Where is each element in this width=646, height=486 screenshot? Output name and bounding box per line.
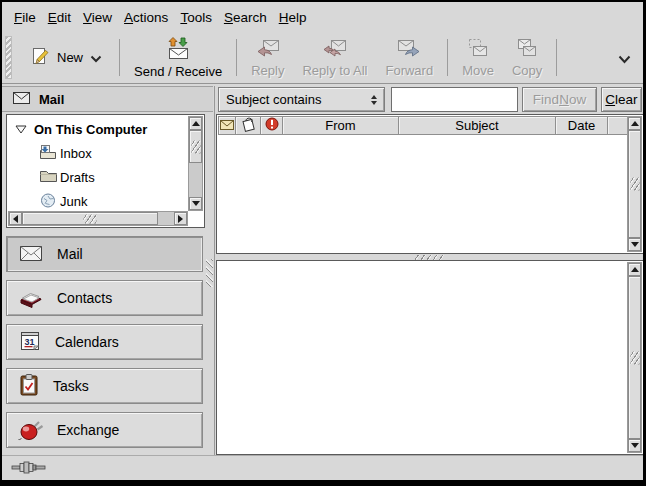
scroll-right-button[interactable]	[174, 212, 187, 225]
arrow-down-icon	[631, 242, 639, 247]
tree-item-junk[interactable]: Junk	[9, 189, 186, 210]
sidebar-divider-grip[interactable]	[206, 259, 213, 287]
tasks-icon	[18, 373, 40, 400]
scroll-up-button[interactable]	[189, 117, 202, 130]
move-icon	[466, 37, 490, 62]
scroll-down-button[interactable]	[628, 439, 641, 452]
exchange-icon	[18, 417, 44, 444]
forward-icon	[396, 37, 422, 62]
column-priority[interactable]	[260, 116, 283, 135]
menu-tools[interactable]: Tools	[174, 10, 218, 25]
scrollbar-thumb[interactable]	[628, 130, 641, 238]
scrollbar-thumb[interactable]	[22, 212, 158, 225]
menu-file[interactable]: File	[8, 10, 42, 25]
contacts-icon	[18, 286, 44, 311]
switcher-tasks-button[interactable]: Tasks	[6, 368, 203, 404]
evolution-window: File Edit View Actions Tools Search Help…	[0, 0, 646, 486]
send-receive-icon	[164, 36, 192, 63]
menu-help[interactable]: Help	[273, 10, 313, 25]
message-list-panel: From Subject Date	[216, 114, 644, 254]
arrow-right-icon	[178, 215, 183, 223]
switcher-exchange-button[interactable]: Exchange	[6, 412, 203, 448]
message-list-header: From Subject Date	[218, 116, 627, 135]
switcher-contacts-button[interactable]: Contacts	[6, 280, 203, 316]
preview-pane	[216, 260, 644, 455]
folder-pane-header[interactable]: Mail	[2, 86, 213, 112]
reply-button[interactable]: Reply	[242, 32, 293, 83]
clear-button[interactable]: Clear	[601, 87, 642, 112]
menu-search[interactable]: Search	[218, 10, 273, 25]
scrollbar-thumb[interactable]	[628, 276, 641, 439]
thumb-grip	[630, 351, 639, 364]
arrow-down-icon	[192, 201, 200, 206]
toolbar-separator	[556, 39, 557, 76]
scroll-up-button[interactable]	[628, 263, 641, 276]
scroll-down-button[interactable]	[189, 197, 202, 210]
move-button-label: Move	[462, 63, 494, 78]
column-attachment[interactable]	[235, 116, 261, 135]
switcher-calendars-button[interactable]: 31 Calendars	[6, 324, 203, 360]
menu-actions[interactable]: Actions	[118, 10, 174, 25]
chevron-down-icon	[90, 50, 102, 66]
statusbar	[2, 455, 643, 480]
reply-all-icon	[322, 37, 348, 62]
toolbar-grip[interactable]	[5, 36, 12, 79]
column-from[interactable]: From	[282, 116, 399, 135]
tree-item-label: Junk	[60, 194, 87, 209]
new-document-icon	[30, 46, 50, 69]
search-criteria-value: Subject contains	[226, 92, 321, 107]
search-criteria-dropdown[interactable]: Subject contains	[218, 87, 385, 112]
switcher-calendars-label: Calendars	[55, 334, 119, 350]
menu-view[interactable]: View	[77, 10, 118, 25]
mail-icon	[18, 243, 44, 266]
calendars-icon: 31	[18, 329, 42, 356]
red-exclamation-icon	[265, 117, 279, 134]
move-button[interactable]: Move	[453, 32, 503, 83]
scroll-left-button[interactable]	[9, 212, 22, 225]
toolbar-separator	[236, 39, 237, 76]
message-list-scrollbar[interactable]	[627, 116, 642, 252]
scroll-up-button[interactable]	[628, 117, 641, 130]
scrollbar-trough[interactable]	[158, 212, 174, 225]
find-now-button[interactable]: Find Now	[522, 87, 597, 112]
new-button[interactable]: New	[18, 32, 114, 83]
forward-button[interactable]: Forward	[376, 32, 442, 83]
column-subject[interactable]: Subject	[398, 116, 556, 135]
toolbar-overflow-button[interactable]	[612, 46, 643, 69]
copy-button[interactable]: Copy	[503, 32, 551, 83]
expander-open-icon[interactable]	[15, 122, 27, 137]
scroll-down-button[interactable]	[628, 238, 641, 251]
arrow-up-icon	[192, 121, 200, 126]
switcher-mail-button[interactable]: Mail	[6, 236, 203, 272]
arrow-up-icon	[631, 267, 639, 272]
switcher-mail-label: Mail	[57, 246, 83, 262]
switcher-tasks-label: Tasks	[53, 378, 89, 394]
paperclip-icon	[240, 117, 256, 135]
tree-root-on-this-computer[interactable]: On This Computer	[9, 118, 186, 141]
tree-horizontal-scrollbar[interactable]	[8, 211, 188, 226]
column-status[interactable]	[218, 116, 236, 135]
scrollbar-trough[interactable]	[189, 163, 202, 197]
folder-pane-header-label: Mail	[39, 92, 64, 107]
tree-vertical-scrollbar[interactable]	[188, 116, 203, 211]
search-input[interactable]	[391, 87, 518, 112]
menu-edit[interactable]: Edit	[42, 10, 77, 25]
reply-to-all-label: Reply to All	[302, 63, 367, 78]
copy-icon	[515, 37, 539, 62]
junk-icon	[39, 192, 57, 211]
tree-item-drafts[interactable]: Drafts	[9, 165, 186, 189]
new-button-label: New	[57, 50, 83, 65]
column-date[interactable]: Date	[555, 116, 608, 135]
sidebar-divider	[214, 86, 215, 455]
send-receive-label: Send / Receive	[134, 64, 222, 79]
tree-item-inbox[interactable]: Inbox	[9, 141, 186, 165]
preview-scrollbar[interactable]	[627, 262, 642, 453]
scrollbar-thumb[interactable]	[189, 130, 202, 163]
thumb-grip	[191, 140, 200, 153]
tree-root-label: On This Computer	[34, 122, 147, 137]
chevron-down-icon	[618, 52, 631, 67]
send-receive-button[interactable]: Send / Receive	[125, 32, 231, 83]
tree-item-label: Drafts	[60, 170, 95, 185]
cable-connector-icon[interactable]	[11, 460, 47, 477]
reply-to-all-button[interactable]: Reply to All	[293, 32, 376, 83]
